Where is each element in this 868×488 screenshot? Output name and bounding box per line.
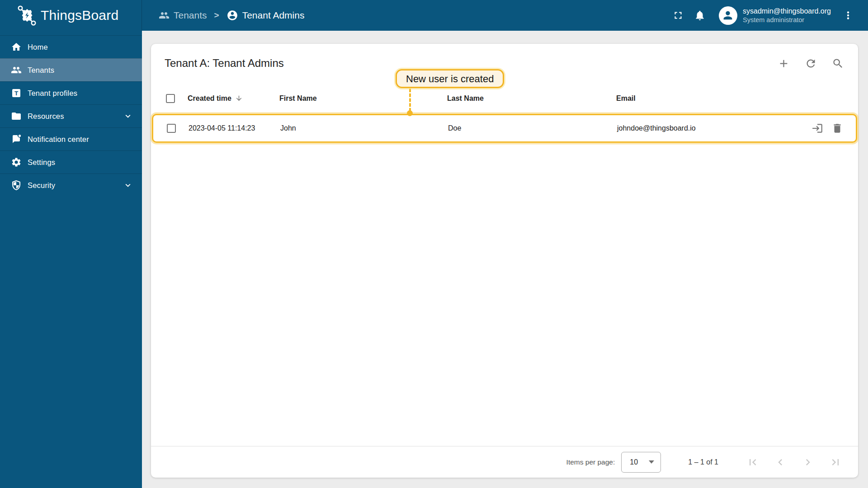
card-actions — [774, 54, 847, 72]
tenant-admins-card: Tenant A: Tenant Admins — [151, 44, 858, 478]
column-header-email[interactable]: Email — [616, 94, 795, 103]
chevron-down-icon — [123, 111, 133, 121]
sidebar: Home Tenants T Tenant profiles Resources… — [0, 31, 142, 488]
sidebar-item-tenants[interactable]: Tenants — [0, 58, 142, 81]
add-user-button[interactable] — [774, 54, 793, 72]
sidebar-item-label: Security — [28, 181, 55, 190]
cell-first-name: John — [280, 124, 448, 132]
column-header-first-name[interactable]: First Name — [279, 94, 447, 103]
delete-icon[interactable] — [831, 122, 843, 134]
refresh-icon — [805, 57, 817, 70]
topbar-actions: sysadmin@thingsboard.org System administ… — [667, 5, 868, 26]
fullscreen-button[interactable] — [667, 5, 689, 26]
thingsboard-logo-icon — [17, 5, 37, 26]
tenants-icon — [11, 65, 22, 75]
fullscreen-icon — [672, 9, 684, 21]
sidebar-item-label: Notification center — [28, 135, 89, 144]
breadcrumb-tenants-label: Tenants — [174, 10, 207, 21]
breadcrumb-tenants[interactable]: Tenants — [159, 10, 207, 21]
user-info: sysadmin@thingsboard.org System administ… — [743, 7, 831, 24]
sidebar-item-security[interactable]: Security — [0, 174, 142, 197]
top-header-bar: ThingsBoard Tenants > Tenant Admins — [0, 0, 868, 31]
folder-icon — [11, 111, 22, 122]
first-page-button[interactable] — [746, 456, 759, 469]
search-icon — [832, 57, 844, 70]
logo-text: ThingsBoard — [41, 8, 118, 23]
first-page-icon — [746, 456, 759, 469]
sidebar-item-label: Home — [28, 43, 48, 52]
prev-page-icon — [774, 456, 787, 469]
user-email: sysadmin@thingsboard.org — [743, 7, 831, 16]
cell-created-time: 2023-04-05 11:14:23 — [189, 124, 255, 132]
sidebar-item-label: Tenant profiles — [28, 89, 77, 98]
cell-last-name: Doe — [448, 124, 617, 132]
table-header-row: Created time First Name Last Name Email — [151, 83, 858, 114]
bell-icon — [694, 9, 706, 21]
column-header-last-name[interactable]: Last Name — [447, 94, 616, 103]
refresh-button[interactable] — [802, 54, 820, 72]
select-all-checkbox[interactable] — [166, 94, 175, 103]
tenants-icon — [159, 10, 170, 21]
sidebar-item-home[interactable]: Home — [0, 35, 142, 58]
table-row[interactable]: 2023-04-05 11:14:23 John Doe johndoe@thi… — [152, 114, 857, 143]
last-page-button[interactable] — [829, 456, 842, 469]
person-icon — [722, 9, 734, 22]
sort-desc-icon[interactable] — [235, 94, 243, 102]
row-checkbox[interactable] — [167, 124, 176, 133]
pagination-bar: Items per page: 10 1 – 1 of 1 — [151, 446, 858, 478]
annotation-tooltip: New user is created — [396, 69, 504, 88]
items-per-page-label: Items per page: — [566, 458, 615, 466]
user-menu-button[interactable] — [837, 5, 859, 26]
breadcrumb-tenant-admins[interactable]: Tenant Admins — [226, 9, 305, 21]
next-page-icon — [802, 456, 814, 469]
svg-text:T: T — [14, 90, 19, 97]
page-title: Tenant A: Tenant Admins — [165, 57, 284, 70]
kebab-menu-icon — [843, 10, 854, 21]
annotation-connector-dot — [407, 110, 413, 116]
breadcrumb: Tenants > Tenant Admins — [159, 9, 304, 21]
next-page-button[interactable] — [802, 456, 814, 469]
shield-icon — [11, 180, 22, 191]
items-per-page-select[interactable]: 10 — [621, 452, 661, 473]
notification-icon — [11, 134, 22, 145]
pagination-controls — [746, 456, 842, 469]
items-per-page-value: 10 — [630, 458, 638, 466]
pagination-range: 1 – 1 of 1 — [688, 458, 718, 466]
logo[interactable]: ThingsBoard — [0, 0, 142, 31]
user-role: System administrator — [743, 16, 831, 24]
tenant-profile-icon: T — [11, 88, 22, 99]
sidebar-item-label: Tenants — [28, 66, 54, 75]
cell-email: johndoe@thingsboard.io — [617, 124, 793, 132]
home-icon — [11, 42, 22, 52]
chevron-down-icon — [123, 180, 133, 190]
sidebar-item-settings[interactable]: Settings — [0, 150, 142, 174]
notifications-button[interactable] — [689, 5, 711, 26]
breadcrumb-tenant-admins-label: Tenant Admins — [242, 10, 305, 21]
login-as-user-icon[interactable] — [811, 122, 823, 134]
prev-page-button[interactable] — [774, 456, 787, 469]
account-circle-icon — [226, 9, 238, 21]
last-page-icon — [829, 456, 842, 469]
sidebar-item-notification-center[interactable]: Notification center — [0, 127, 142, 150]
select-caret-icon — [649, 460, 654, 464]
sidebar-item-label: Resources — [28, 112, 64, 121]
search-button[interactable] — [829, 54, 847, 72]
breadcrumb-separator: > — [214, 10, 219, 20]
annotation-connector-line — [409, 89, 411, 112]
card-header: Tenant A: Tenant Admins — [151, 44, 858, 83]
gear-icon — [11, 157, 22, 168]
main-content: Tenant A: Tenant Admins — [142, 31, 868, 488]
sidebar-item-resources[interactable]: Resources — [0, 104, 142, 127]
add-icon — [778, 57, 790, 70]
sidebar-item-tenant-profiles[interactable]: T Tenant profiles — [0, 81, 142, 104]
user-avatar[interactable] — [719, 6, 737, 25]
column-header-created-time[interactable]: Created time — [188, 94, 231, 103]
sidebar-item-label: Settings — [28, 158, 55, 167]
